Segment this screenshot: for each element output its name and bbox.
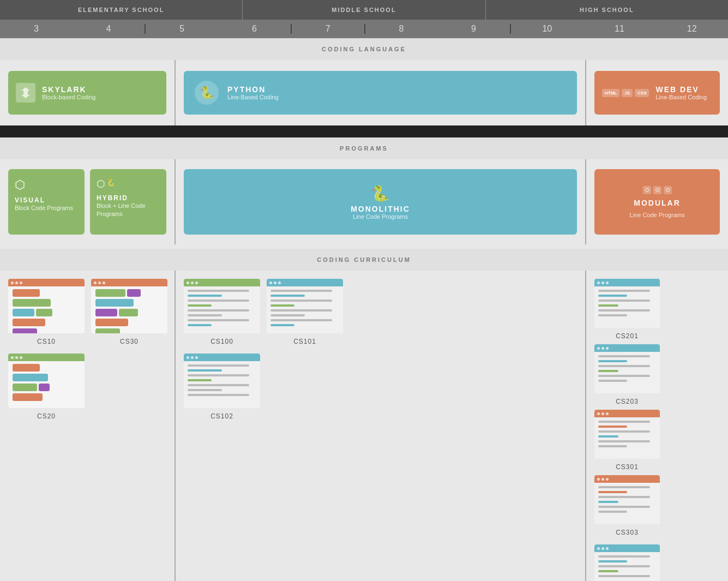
cs102-thumb [184,354,260,408]
grade-5: 5 [145,24,218,34]
python-title: PYTHON [227,85,279,94]
high-curriculum: CS201 CS203 [586,271,728,581]
course-cs101[interactable]: CS101 [267,279,343,345]
cs301-thumb [594,410,660,459]
grade-8: 8 [364,24,438,34]
grade-4: 4 [73,24,145,34]
mod-icon3: ⬡ [664,186,672,194]
hybrid-text: HYBRID Block + Line Code Programs [97,194,160,219]
python-icon: 🐍 [195,81,219,105]
cs101-header [267,279,343,286]
cs100-header [184,279,260,286]
js-icon: JS [622,89,633,97]
cs202-body [594,552,660,581]
mod-icon2: ⬡ [653,186,661,194]
course-cs303[interactable]: CS303 [594,475,660,536]
webdev-card[interactable]: HTML JS CSS WEB DEV Line-Based Coding [594,71,720,115]
course-cs100[interactable]: CS100 [184,279,260,345]
visual-hybrid-col: ⬡ VISUAL Block Code Programs ⬡ 🐍 HYBRID … [0,159,175,244]
cs303-thumb [594,475,660,524]
grade-10: 10 [511,24,583,34]
webdev-title: WEB DEV [655,85,707,94]
cs30-thumb [91,279,167,333]
cs303-body [594,483,660,524]
course-cs203[interactable]: CS203 [594,344,660,405]
modular-col: ⬡ ⬡ ⬡ MODULAR Line Code Programs [586,159,728,244]
modular-card[interactable]: ⬡ ⬡ ⬡ MODULAR Line Code Programs [594,169,720,235]
hybrid-card[interactable]: ⬡ 🐍 HYBRID Block + Line Code Programs [90,169,166,235]
curriculum-label: CODING CURRICULUM [0,249,728,271]
course-cs301[interactable]: CS301 [594,410,660,471]
cs201-body [594,286,660,328]
grade-7: 7 [292,24,364,34]
cs102-body [184,361,260,408]
middle-lang-col: 🐍 PYTHON Line-Based Coding [175,60,586,125]
cs102-header [184,354,260,361]
elem-row-2: CS20 [8,354,166,420]
skylark-text: SKYLARK Block-based Coding [42,85,95,100]
cs203-header [594,344,660,352]
grade-12: 12 [655,24,728,34]
cs100-label: CS100 [210,338,233,345]
course-cs30[interactable]: CS30 [91,279,167,345]
css-icon: CSS [635,89,649,97]
cs102-label: CS102 [210,412,233,420]
cs101-label: CS101 [293,338,316,345]
cs100-body [184,286,260,333]
programs-grid: ⬡ VISUAL Block Code Programs ⬡ 🐍 HYBRID … [0,159,728,244]
cs30-thumb-header [91,279,167,286]
grade-row: 3 4 5 6 7 8 9 10 11 12 [0,20,728,38]
course-cs201[interactable]: CS201 [594,279,660,340]
cs30-label: CS30 [120,338,139,345]
cs202-header [594,544,660,552]
visual-icon: ⬡ [15,178,25,192]
monolithic-col: 🐍 MONOLITHIC Line Code Programs [175,159,586,244]
mid-row-1: CS100 [184,279,577,345]
visual-subtitle: Block Code Programs [15,204,73,212]
cs301-body [594,417,660,459]
cs301-label: CS301 [616,463,639,471]
course-cs102[interactable]: CS102 [184,354,260,420]
mid-row-2: CS102 [184,354,577,420]
course-cs202[interactable]: CS202 [594,544,660,581]
elementary-curriculum: CS10 CS30 [0,271,175,581]
coding-language-label: CODING LANGUAGE [0,38,728,60]
monolithic-title: MONOLITHIC [351,205,410,213]
high-row-1: CS201 CS203 [594,279,720,536]
coding-language-grid: SKYLARK Block-based Coding 🐍 PYTHON Line… [0,60,728,125]
webdev-icon: HTML JS CSS [602,89,649,97]
python-subtitle: Line-Based Coding [227,94,279,100]
skylark-card[interactable]: SKYLARK Block-based Coding [8,71,166,115]
visual-text: VISUAL Block Code Programs [15,196,73,212]
modular-icon: ⬡ ⬡ ⬡ [643,186,672,194]
html-icon: HTML [602,89,619,97]
school-level-header: ELEMENTARY SCHOOL MIDDLE SCHOOL HIGH SCH… [0,0,728,20]
visual-card[interactable]: ⬡ VISUAL Block Code Programs [8,169,85,235]
monolithic-card[interactable]: 🐍 MONOLITHIC Line Code Programs [184,169,577,235]
modular-subtitle: Line Code Programs [630,212,685,218]
python-card[interactable]: 🐍 PYTHON Line-Based Coding [184,71,577,115]
course-cs20[interactable]: CS20 [8,354,85,420]
cs201-thumb [594,279,660,328]
skylark-subtitle: Block-based Coding [42,94,95,100]
grade-3: 3 [0,24,73,34]
high-header: HIGH SCHOOL [486,0,728,20]
cs10-thumb-header [8,279,85,286]
course-cs10[interactable]: CS10 [8,279,85,345]
curriculum-grid: CS10 CS30 [0,271,728,581]
visual-title: VISUAL [15,196,73,204]
cs10-label: CS10 [37,338,56,345]
grade-9: 9 [437,24,511,34]
cs303-header [594,475,660,483]
cs10-thumb [8,279,85,333]
middle-header: MIDDLE SCHOOL [242,0,485,20]
high-lang-col: HTML JS CSS WEB DEV Line-Based Coding [586,60,728,125]
python-text: PYTHON Line-Based Coding [227,85,279,100]
cs20-label: CS20 [37,412,56,420]
cs203-body [594,352,660,393]
elem-row-1: CS10 CS30 [8,279,166,345]
cs30-thumb-body [91,286,167,333]
elementary-header: ELEMENTARY SCHOOL [0,0,242,20]
skylark-title: SKYLARK [42,85,95,94]
cs202-thumb [594,544,660,581]
